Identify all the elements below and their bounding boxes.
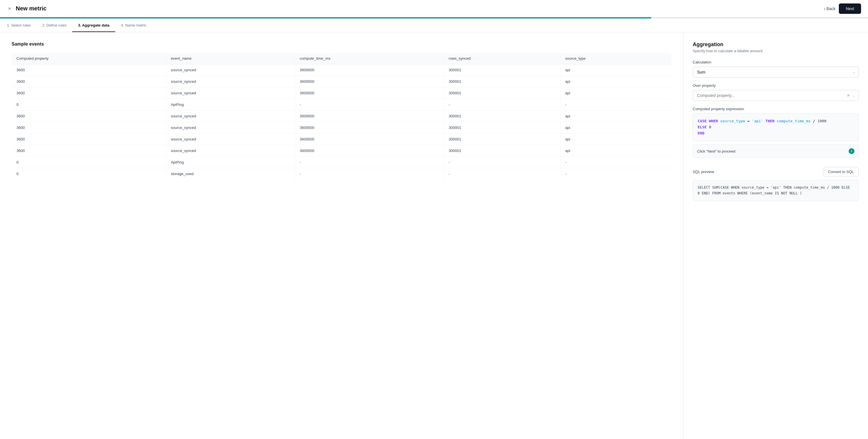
- table-cell: 3600: [12, 88, 166, 99]
- step-select-rules[interactable]: 1. Select rules: [7, 19, 36, 32]
- table-cell: storage_used: [166, 168, 295, 180]
- aggregation-title: Aggregation: [693, 41, 859, 47]
- table-cell: source_synced: [166, 64, 295, 76]
- convert-to-sql-button[interactable]: Convert to SQL: [823, 167, 859, 176]
- over-property-wrapper: ✕ ⌄: [693, 90, 859, 101]
- table-cell: 3600000: [295, 134, 444, 145]
- table-cell: 0: [12, 157, 166, 168]
- table-cell: 300001: [444, 88, 560, 99]
- table-cell: -: [444, 99, 560, 110]
- table-cell: 300001: [444, 145, 560, 157]
- table-cell: 3600000: [295, 88, 444, 99]
- table-cell: -: [295, 99, 444, 110]
- sql-preview-header: SQL preview Convert to SQL: [693, 167, 859, 176]
- table-cell: 300001: [444, 64, 560, 76]
- computed-expression-label: Computed property expression: [693, 107, 859, 111]
- over-property-input[interactable]: [693, 90, 859, 101]
- table-cell: -: [560, 168, 672, 180]
- left-panel: Sample events Computed property event_na…: [0, 32, 683, 439]
- table-cell: 3600000: [295, 122, 444, 134]
- col-rows-synced: rows_synced: [444, 53, 560, 64]
- page-title: New metric: [16, 5, 47, 12]
- table-cell: 3600000: [295, 145, 444, 157]
- next-button[interactable]: Next: [839, 3, 861, 14]
- table-cell: api: [560, 134, 672, 145]
- table-cell: -: [295, 157, 444, 168]
- header-left: × New metric: [7, 5, 46, 12]
- main-content: Sample events Computed property event_na…: [0, 32, 868, 439]
- right-panel: Aggregation Specify how to calculate a b…: [683, 32, 868, 439]
- sql-preview-label: SQL preview: [693, 170, 714, 174]
- col-computed-property: Computed property: [12, 53, 166, 64]
- aggregation-subtitle: Specify how to calculate a billable amou…: [693, 49, 859, 53]
- table-row: 3600source_synced3600000300001api: [12, 122, 672, 134]
- table-row: 3600source_synced3600000300001api: [12, 145, 672, 157]
- table-cell: api: [560, 64, 672, 76]
- back-button[interactable]: ‹ Back: [824, 6, 835, 11]
- table-cell: 0: [12, 168, 166, 180]
- hint-text: Click "Next" to proceed: [697, 149, 736, 154]
- table-cell: 0: [12, 99, 166, 110]
- computed-expression-block: CASE WHEN source_type = 'api' THEN compu…: [693, 113, 859, 141]
- clear-icon[interactable]: ✕: [847, 93, 850, 98]
- table-cell: 3600: [12, 64, 166, 76]
- back-chevron-icon: ‹: [824, 6, 825, 11]
- table-cell: 300001: [444, 110, 560, 122]
- step-define-rules[interactable]: 2. Define rules: [36, 19, 72, 32]
- table-cell: source_synced: [166, 110, 295, 122]
- steps-nav: 1. Select rules 2. Define rules 3. Aggre…: [0, 19, 868, 32]
- sql-preview-block: SELECT SUM(CASE WHEN source_type = 'api'…: [693, 180, 859, 201]
- table-cell: 300001: [444, 122, 560, 134]
- header: × New metric ‹ Back Next: [0, 0, 868, 17]
- table-row: 0ApiPing---: [12, 157, 672, 168]
- table-cell: source_synced: [166, 76, 295, 88]
- table-cell: api: [560, 110, 672, 122]
- table-cell: ApiPing: [166, 157, 295, 168]
- over-property-icons: ✕ ⌄: [847, 93, 855, 98]
- step-aggregate-data[interactable]: 3. Aggregate data: [72, 19, 115, 32]
- table-cell: source_synced: [166, 134, 295, 145]
- table-cell: api: [560, 88, 672, 99]
- table-cell: 300001: [444, 134, 560, 145]
- table-cell: 3600000: [295, 76, 444, 88]
- table-body: 3600source_synced3600000300001api3600sou…: [12, 64, 672, 180]
- hint-box: Click "Next" to proceed i: [693, 144, 859, 158]
- table-cell: 3600000: [295, 64, 444, 76]
- step-name-metric[interactable]: 4. Name metric: [115, 19, 152, 32]
- calculation-select[interactable]: Sum: [693, 67, 859, 77]
- sample-events-title: Sample events: [11, 41, 672, 47]
- table-cell: 3600: [12, 134, 166, 145]
- table-cell: -: [444, 157, 560, 168]
- table-cell: api: [560, 76, 672, 88]
- table-cell: 3600000: [295, 110, 444, 122]
- table-row: 3600source_synced3600000300001api: [12, 88, 672, 99]
- table-cell: 3600: [12, 122, 166, 134]
- col-source-type: source_type: [560, 53, 672, 64]
- over-property-label: Over property: [693, 83, 859, 88]
- table-cell: -: [444, 168, 560, 180]
- col-event-name: event_name: [166, 53, 295, 64]
- calculation-select-wrapper: Sum ⌄: [693, 67, 859, 77]
- col-compute-time-ms: compute_time_ms: [295, 53, 444, 64]
- header-right: ‹ Back Next: [824, 3, 861, 14]
- table-cell: api: [560, 122, 672, 134]
- expand-icon[interactable]: ⌄: [852, 94, 855, 98]
- table-row: 3600source_synced3600000300001api: [12, 134, 672, 145]
- table-cell: 3600: [12, 145, 166, 157]
- table-cell: -: [560, 99, 672, 110]
- table-cell: source_synced: [166, 145, 295, 157]
- table-row: 3600source_synced3600000300001api: [12, 110, 672, 122]
- calculation-label: Calculation: [693, 60, 859, 64]
- table-row: 3600source_synced3600000300001api: [12, 64, 672, 76]
- table-cell: ApiPing: [166, 99, 295, 110]
- info-icon: i: [849, 148, 855, 154]
- table-cell: -: [295, 168, 444, 180]
- table-cell: source_synced: [166, 122, 295, 134]
- close-button[interactable]: ×: [7, 5, 12, 12]
- table-cell: 3600: [12, 76, 166, 88]
- table-row: 0storage_used---: [12, 168, 672, 180]
- table-row: 3600source_synced3600000300001api: [12, 76, 672, 88]
- table-cell: 3600: [12, 110, 166, 122]
- table-cell: -: [560, 157, 672, 168]
- table-header: Computed property event_name compute_tim…: [12, 53, 672, 64]
